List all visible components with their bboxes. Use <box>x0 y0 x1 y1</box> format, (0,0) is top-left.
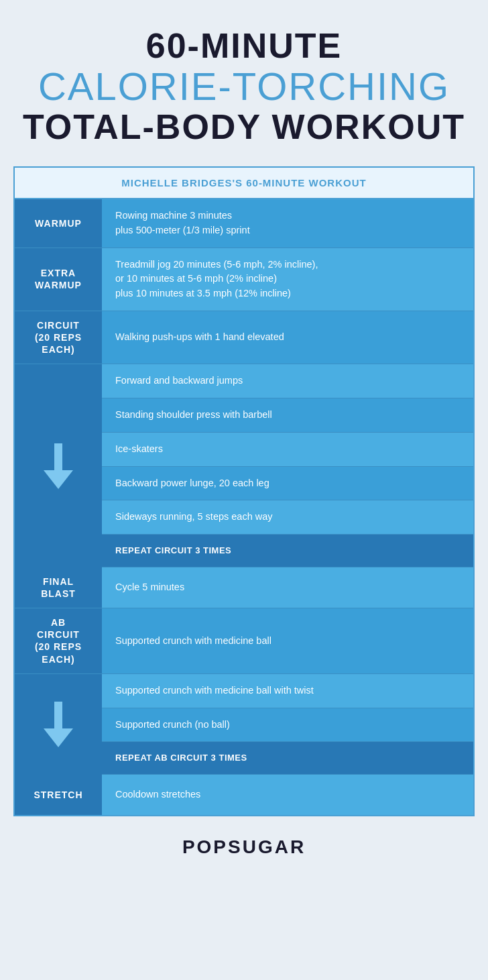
table-row: AB CIRCUIT (20 REPS EACH)Supported crunc… <box>15 608 473 674</box>
table-row: Sideways running, 5 steps each way <box>102 500 473 535</box>
arrow-group-content: Supported crunch with medicine ball with… <box>102 674 473 775</box>
row-label: WARMUP <box>15 199 102 248</box>
table-row: Supported crunch (no ball) <box>102 708 473 743</box>
table-row: EXTRA WARMUPTreadmill jog 20 minutes (5-… <box>15 248 473 311</box>
table-row: Supported crunch with medicine ball with… <box>102 674 473 708</box>
row-label: STRETCH <box>15 775 102 815</box>
table-row: STRETCHCooldown stretches <box>15 775 473 815</box>
row-content: Cycle 5 minutes <box>102 567 473 608</box>
table-row: Forward and backward jumps <box>102 364 473 398</box>
table-row: Ice-skaters <box>102 433 473 467</box>
row-label: AB CIRCUIT (20 REPS EACH) <box>15 608 102 673</box>
arrow-column <box>15 364 102 567</box>
title-section: 60-MINUTE CALORIE-TORCHING TOTAL-BODY WO… <box>23 27 465 146</box>
workout-table: MICHELLE BRIDGES'S 60-MINUTE WORKOUT WAR… <box>13 166 475 816</box>
row-content: Walking push-ups with 1 hand elevated <box>102 311 473 364</box>
popsugar-brand: POPSUGAR <box>182 836 306 858</box>
row-content: Treadmill jog 20 minutes (5-6 mph, 2% in… <box>102 248 473 311</box>
row-content: Rowing machine 3 minutes plus 500-meter … <box>102 199 473 248</box>
table-header: MICHELLE BRIDGES'S 60-MINUTE WORKOUT <box>15 168 473 199</box>
row-label: CIRCUIT (20 REPS EACH) <box>15 311 102 364</box>
circuit-arrow-group: Supported crunch with medicine ball with… <box>15 674 473 775</box>
title-line1: 60-MINUTE <box>23 27 465 65</box>
title-line2: CALORIE-TORCHING <box>23 65 465 108</box>
table-row: REPEAT AB CIRCUIT 3 TIMES <box>102 742 473 775</box>
row-content: Cooldown stretches <box>102 775 473 815</box>
table-row: FINAL BLASTCycle 5 minutes <box>15 567 473 608</box>
row-content: Supported crunch with medicine ball <box>102 608 473 673</box>
title-line3: TOTAL-BODY WORKOUT <box>23 108 465 146</box>
row-label: EXTRA WARMUP <box>15 248 102 311</box>
table-row: Backward power lunge, 20 each leg <box>102 467 473 501</box>
table-row: WARMUPRowing machine 3 minutes plus 500-… <box>15 199 473 248</box>
table-row: Standing shoulder press with barbell <box>102 398 473 433</box>
arrow-column <box>15 674 102 775</box>
table-row: CIRCUIT (20 REPS EACH)Walking push-ups w… <box>15 311 473 365</box>
row-label: FINAL BLAST <box>15 567 102 608</box>
table-row: REPEAT CIRCUIT 3 TIMES <box>102 535 473 567</box>
circuit-arrow-group: Forward and backward jumpsStanding shoul… <box>15 364 473 567</box>
arrow-group-content: Forward and backward jumpsStanding shoul… <box>102 364 473 567</box>
